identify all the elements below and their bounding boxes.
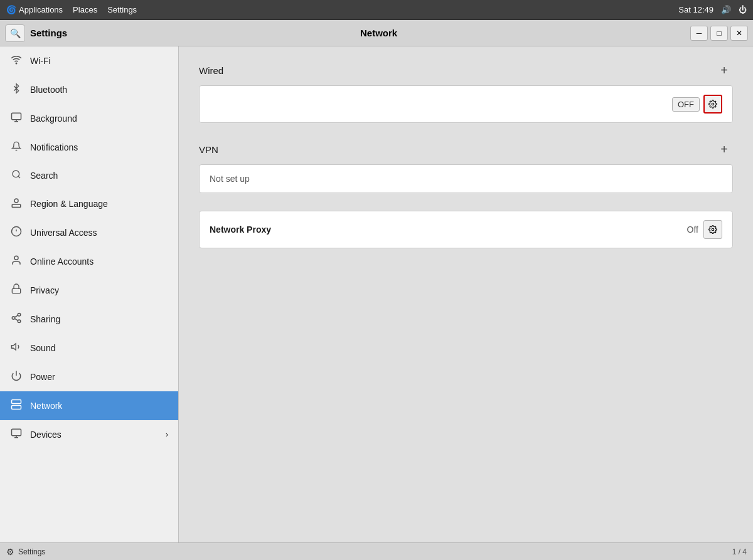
sidebar-item-wifi[interactable]: Wi-Fi xyxy=(0,46,178,75)
sidebar-item-notifications-label: Notifications xyxy=(30,142,78,152)
vpn-section: VPN + Not set up xyxy=(199,140,733,193)
bottom-bar-icon: ⚙ xyxy=(6,547,14,557)
svg-point-15 xyxy=(18,320,21,323)
sidebar-item-network-label: Network xyxy=(30,401,62,411)
proxy-row: Network Proxy Off xyxy=(200,211,732,248)
sidebar-item-privacy[interactable]: Privacy xyxy=(0,276,178,305)
sidebar-item-region-label: Region & Language xyxy=(30,199,108,209)
wired-toggle-button[interactable]: OFF xyxy=(672,97,700,112)
svg-point-11 xyxy=(14,256,18,260)
wired-add-button[interactable]: + xyxy=(715,61,733,79)
minimize-button[interactable]: ─ xyxy=(690,26,708,41)
topbar-left: 🌀 Applications Places Settings xyxy=(6,5,137,14)
vpn-row: Not set up xyxy=(200,165,732,193)
sidebar-item-background[interactable]: Background xyxy=(0,104,178,133)
sidebar-item-devices-label: Devices xyxy=(30,430,61,440)
devices-chevron-icon: › xyxy=(166,430,168,439)
privacy-icon xyxy=(10,283,23,297)
bluetooth-icon xyxy=(10,83,23,97)
sidebar: Wi-Fi Bluetooth Backgr xyxy=(0,46,179,542)
sidebar-item-region[interactable]: Region & Language xyxy=(0,189,178,218)
titlebar-left: 🔍 Settings xyxy=(5,24,67,42)
sidebar-item-wifi-label: Wi-Fi xyxy=(30,56,51,66)
sidebar-item-network[interactable]: Network xyxy=(0,391,178,420)
proxy-section: Network Proxy Off xyxy=(199,211,733,248)
sidebar-item-bluetooth-label: Bluetooth xyxy=(30,85,67,95)
svg-point-0 xyxy=(16,63,17,64)
sidebar-item-online-accounts-label: Online Accounts xyxy=(30,256,93,267)
svg-point-27 xyxy=(712,103,714,105)
svg-line-17 xyxy=(14,315,18,317)
sidebar-item-search-label: Search xyxy=(30,171,58,181)
topbar-right: Sat 12:49 🔊 ⏻ xyxy=(678,5,747,14)
applications-menu-item[interactable]: Applications xyxy=(19,5,63,14)
vpn-add-button[interactable]: + xyxy=(715,140,733,158)
clock: Sat 12:49 xyxy=(678,5,713,14)
search-sidebar-icon xyxy=(10,169,23,182)
window-controls: ─ □ ✕ xyxy=(690,26,748,41)
sidebar-item-bluetooth[interactable]: Bluetooth xyxy=(0,75,178,104)
sidebar-item-search[interactable]: Search xyxy=(0,162,178,189)
notifications-icon xyxy=(10,140,23,154)
main-panel: Wired + OFF xyxy=(179,46,753,542)
settings-menu-item[interactable]: Settings xyxy=(107,5,137,14)
close-button[interactable]: ✕ xyxy=(730,26,748,41)
places-menu-item[interactable]: Places xyxy=(73,5,97,14)
maximize-button[interactable]: □ xyxy=(710,26,728,41)
wired-section-title: Wired xyxy=(199,65,223,76)
sidebar-title: Settings xyxy=(30,28,67,38)
sidebar-item-universal-access[interactable]: Universal Access xyxy=(0,218,178,247)
sidebar-item-power[interactable]: Power xyxy=(0,362,178,391)
sidebar-item-sound-label: Sound xyxy=(30,343,55,353)
proxy-status: Off xyxy=(687,225,698,235)
proxy-label: Network Proxy xyxy=(210,225,687,235)
devices-icon xyxy=(10,428,23,441)
sidebar-item-sound[interactable]: Sound xyxy=(0,334,178,362)
svg-marker-18 xyxy=(12,344,16,351)
sidebar-item-sharing[interactable]: Sharing xyxy=(0,305,178,334)
svg-point-13 xyxy=(18,314,21,317)
vpn-card: Not set up xyxy=(199,164,733,193)
svg-point-14 xyxy=(12,317,15,320)
app-menu[interactable]: 🌀 Applications xyxy=(6,5,63,14)
sidebar-item-notifications[interactable]: Notifications xyxy=(0,133,178,162)
sidebar-item-privacy-label: Privacy xyxy=(30,285,59,295)
power-sidebar-icon xyxy=(10,370,23,384)
svg-rect-12 xyxy=(12,288,20,293)
sound-icon xyxy=(10,341,23,355)
svg-line-16 xyxy=(14,319,18,320)
vpn-section-title: VPN xyxy=(199,144,218,155)
content-area: Wi-Fi Bluetooth Backgr xyxy=(0,46,753,542)
settings-window: 🔍 Settings Network ─ □ ✕ Wi xyxy=(0,20,753,560)
svg-rect-24 xyxy=(12,429,21,436)
sidebar-item-online-accounts[interactable]: Online Accounts xyxy=(0,247,178,276)
app-icon: 🌀 xyxy=(6,5,16,14)
search-button[interactable]: 🔍 xyxy=(5,24,25,42)
online-accounts-icon xyxy=(10,255,23,268)
volume-icon[interactable]: 🔊 xyxy=(721,5,731,14)
sidebar-item-power-label: Power xyxy=(30,372,55,382)
wired-gear-button[interactable] xyxy=(703,95,722,114)
wifi-icon xyxy=(10,54,23,68)
wired-row: OFF xyxy=(200,86,732,122)
vpn-section-header: VPN + xyxy=(199,140,733,158)
svg-rect-7 xyxy=(12,204,21,208)
sharing-icon xyxy=(10,312,23,326)
wired-section: Wired + OFF xyxy=(199,61,733,123)
proxy-gear-button[interactable] xyxy=(703,220,722,239)
sidebar-item-sharing-label: Sharing xyxy=(30,314,60,324)
svg-point-4 xyxy=(13,171,19,177)
universal-access-icon xyxy=(10,226,23,240)
bottom-bar-label: Settings xyxy=(18,547,45,556)
window-title: Network xyxy=(67,28,690,38)
region-icon xyxy=(10,197,23,211)
sidebar-item-background-label: Background xyxy=(30,114,77,124)
sidebar-item-devices[interactable]: Devices › xyxy=(0,420,178,449)
power-icon[interactable]: ⏻ xyxy=(739,5,747,14)
topbar: 🌀 Applications Places Settings Sat 12:49… xyxy=(0,0,753,20)
bottom-bar-page: 1 / 4 xyxy=(732,547,747,556)
background-icon xyxy=(10,112,23,125)
svg-rect-21 xyxy=(12,406,21,409)
svg-point-28 xyxy=(712,228,714,231)
bottom-bar: ⚙ Settings 1 / 4 xyxy=(0,542,753,560)
